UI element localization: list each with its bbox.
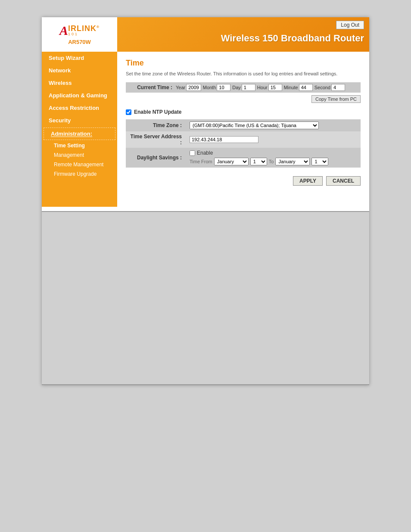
hour-value: 15 [268, 84, 282, 91]
to-day-select[interactable]: 1234567891011121314151617181920212223242… [311, 158, 328, 165]
logo-irlink: IRLINK® 101 [68, 25, 100, 36]
page-description: Set the time zone of the Wireless Router… [126, 71, 361, 76]
sidebar-item-setup-wizard[interactable]: Setup Wizard [42, 52, 117, 64]
logo-area: A IRLINK® 101 AR570W [42, 17, 117, 52]
time-server-row: Time Server Address : [126, 131, 361, 148]
daylight-label: Daylight Savings : [126, 148, 186, 168]
daylight-enable-label[interactable]: Enable [197, 150, 213, 156]
time-fields: Year 2009 Month 10 Day 1 Hour 15 [176, 84, 358, 91]
to-month-select[interactable]: JanuaryFebruaryMarchAprilMayJuneJulyAugu… [275, 158, 310, 165]
sidebar-item-network[interactable]: Network [42, 64, 117, 77]
month-label: Month [203, 85, 216, 90]
year-value: 2009 [186, 84, 201, 91]
from-day-select[interactable]: 1234567891011121314151617181920212223242… [250, 158, 267, 165]
day-group: Day 1 [232, 84, 255, 91]
minute-value: 44 [299, 84, 313, 91]
sidebar-item-access-restriction[interactable]: Access Restriction [42, 102, 117, 114]
daylight-row: Daylight Savings : Enable Time From Janu… [126, 148, 361, 168]
second-label: Second [314, 85, 330, 90]
footer-space [42, 212, 369, 384]
time-server-label: Time Server Address : [126, 131, 186, 148]
header: A IRLINK® 101 AR570W Log Out Wireless 15… [42, 17, 369, 52]
year-label: Year [176, 85, 185, 90]
header-right: Log Out Wireless 150 Broadband Router [117, 17, 369, 52]
time-from-row: Time From JanuaryFebruaryMarchAprilMayJu… [190, 158, 357, 165]
sidebar-sub-remote-management[interactable]: Remote Management [42, 160, 117, 169]
second-group: Second 4 [314, 84, 345, 91]
apply-button[interactable]: APPLY [293, 176, 323, 186]
logo-letter-a: A [59, 24, 68, 37]
sidebar-item-security[interactable]: Security [42, 114, 117, 127]
hour-label: Hour [257, 85, 268, 90]
settings-table: Time Zone : (GMT-08:00)Pacific Time (US … [126, 119, 361, 168]
sidebar-sub-firmware-upgrade[interactable]: Firmware Upgrade [42, 169, 117, 179]
current-time-row: Current Time : Year 2009 Month 10 Day 1 [126, 82, 361, 93]
sidebar-item-application-gaming[interactable]: Application & Gaming [42, 89, 117, 102]
logo-101: 101 [68, 32, 100, 36]
minute-label: Minute [284, 85, 298, 90]
daylight-checkbox[interactable] [190, 150, 195, 156]
current-time-label: Current Time : [128, 84, 176, 90]
logo: A IRLINK® 101 [59, 24, 100, 37]
main-content: Time Set the time zone of the Wireless R… [117, 52, 369, 207]
sidebar-sub-time-setting[interactable]: Time Setting [42, 141, 117, 150]
ntp-row: Enable NTP Update [126, 106, 361, 118]
model-name: AR570W [68, 39, 91, 45]
logout-button[interactable]: Log Out [336, 21, 364, 29]
ntp-checkbox[interactable] [126, 109, 131, 115]
timezone-value: (GMT-08:00)Pacific Time (US & Canada); T… [186, 119, 361, 131]
daylight-enable-row: Enable [190, 150, 357, 156]
year-group: Year 2009 [176, 84, 201, 91]
day-value: 1 [242, 84, 255, 91]
month-value: 10 [217, 84, 230, 91]
timezone-row: Time Zone : (GMT-08:00)Pacific Time (US … [126, 119, 361, 131]
hour-group: Hour 15 [257, 84, 282, 91]
daylight-inner: Enable Time From JanuaryFebruaryMarchApr… [190, 150, 357, 165]
minute-group: Minute 44 [284, 84, 313, 91]
copy-time-button[interactable]: Copy Time from PC [311, 95, 361, 103]
router-title: Wireless 150 Broadband Router [221, 33, 364, 48]
ntp-label[interactable]: Enable NTP Update [134, 109, 181, 115]
time-server-value [186, 131, 361, 148]
day-label: Day [232, 85, 241, 90]
timezone-select[interactable]: (GMT-08:00)Pacific Time (US & Canada); T… [190, 121, 319, 129]
sidebar: Setup Wizard Network Wireless Applicatio… [42, 52, 117, 207]
content-wrapper: Setup Wizard Network Wireless Applicatio… [42, 52, 369, 207]
timezone-label: Time Zone : [126, 119, 186, 131]
button-row: APPLY CANCEL [126, 173, 361, 187]
cancel-button[interactable]: CANCEL [326, 176, 361, 186]
sidebar-section-administration: Administration: [44, 128, 115, 140]
daylight-value: Enable Time From JanuaryFebruaryMarchApr… [186, 148, 361, 168]
page-title: Time [126, 59, 361, 68]
bottom-divider [42, 384, 369, 385]
sidebar-sub-management[interactable]: Management [42, 150, 117, 160]
from-month-select[interactable]: JanuaryFebruaryMarchAprilMayJuneJulyAugu… [214, 158, 249, 165]
logo-irlink-text: IRLINK® [68, 25, 100, 32]
sidebar-item-wireless[interactable]: Wireless [42, 77, 117, 89]
month-group: Month 10 [203, 84, 231, 91]
to-label: To [269, 159, 274, 164]
time-server-input[interactable] [190, 136, 258, 143]
second-value: 4 [331, 84, 345, 91]
time-from-label: Time From [190, 159, 212, 164]
